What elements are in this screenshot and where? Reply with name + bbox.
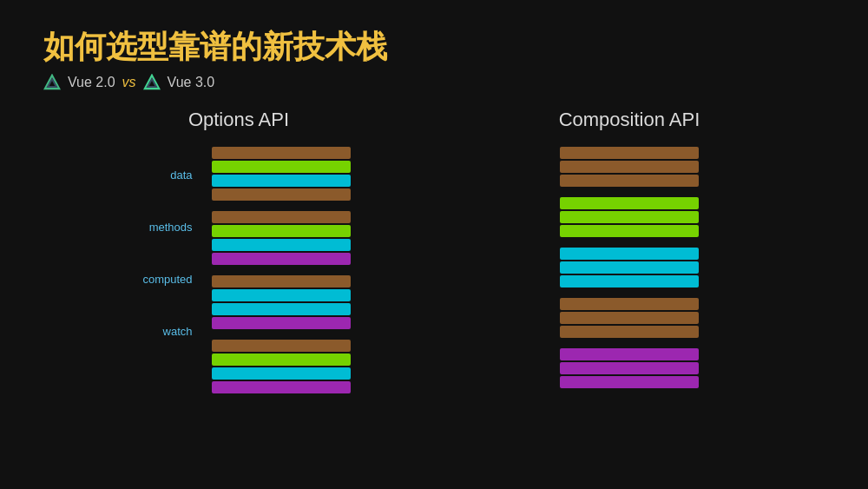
computed-label-container: computed [128,253,193,305]
methods-label: methods [149,221,193,234]
comp-bar-7 [560,248,699,260]
vue2-logo [43,74,61,91]
comp-bar-9 [560,275,699,287]
options-bar-12 [212,317,351,329]
comp-bar-12 [560,326,699,338]
title-area: 如何选型靠谱的新技术栈 Vue 2.0 vs Vue 3.0 [43,26,825,91]
subtitle-row: Vue 2.0 vs Vue 3.0 [43,74,825,91]
options-bar-5 [212,211,351,223]
options-api-title: Options API [188,109,289,131]
comp-gap-3 [560,289,699,296]
side-labels: data methods computed watch [128,147,201,357]
options-bar-14 [212,354,351,366]
comp-bar-4 [560,197,699,209]
comp-bar-10 [560,298,699,310]
composition-api-bars [560,147,699,388]
composition-api-column: Composition API [464,109,794,388]
options-bar-2 [212,161,351,173]
options-bar-4 [212,188,351,201]
options-bar-3 [212,175,351,187]
vue2-label: Vue 2.0 [68,75,115,90]
options-bar-1 [212,147,351,159]
comp-bar-8 [560,261,699,274]
page: 如何选型靠谱的新技术栈 Vue 2.0 vs Vue 3.0 [0,0,868,489]
methods-label-container: methods [128,201,193,253]
gap-1 [212,202,351,209]
comp-gap-1 [560,188,699,195]
composition-api-content [464,147,794,388]
watch-label: watch [163,325,193,338]
options-bar-8 [212,253,351,265]
vs-text: vs [122,75,136,90]
options-bar-6 [212,225,351,237]
options-bar-13 [212,340,351,352]
watch-label-container: watch [128,305,193,357]
comp-bar-1 [560,147,699,159]
options-api-content: data methods computed watch [74,147,404,393]
composition-api-title: Composition API [559,109,700,131]
comp-bar-2 [560,161,699,173]
options-api-bars [212,147,351,393]
columns-container: Options API data methods computed [43,109,825,393]
gap-3 [212,331,351,338]
data-label-container: data [128,149,193,201]
options-bar-11 [212,303,351,315]
gap-2 [212,267,351,274]
options-bar-7 [212,239,351,251]
options-api-column: Options API data methods computed [74,109,404,393]
vue3-logo [143,74,161,91]
computed-label: computed [142,273,192,286]
options-bar-16 [212,381,351,393]
comp-gap-4 [560,340,699,347]
options-bar-10 [212,289,351,301]
comp-bar-6 [560,225,699,237]
comp-bar-13 [560,348,699,360]
options-bar-15 [212,367,351,380]
data-label: data [170,169,192,182]
comp-bar-15 [560,376,699,388]
comp-bar-5 [560,211,699,223]
comp-bar-14 [560,362,699,374]
main-title: 如何选型靠谱的新技术栈 [43,26,825,69]
comp-bar-11 [560,312,699,324]
options-bar-9 [212,275,351,287]
comp-gap-2 [560,239,699,246]
comp-bar-3 [560,175,699,187]
vue3-label: Vue 3.0 [168,75,215,90]
